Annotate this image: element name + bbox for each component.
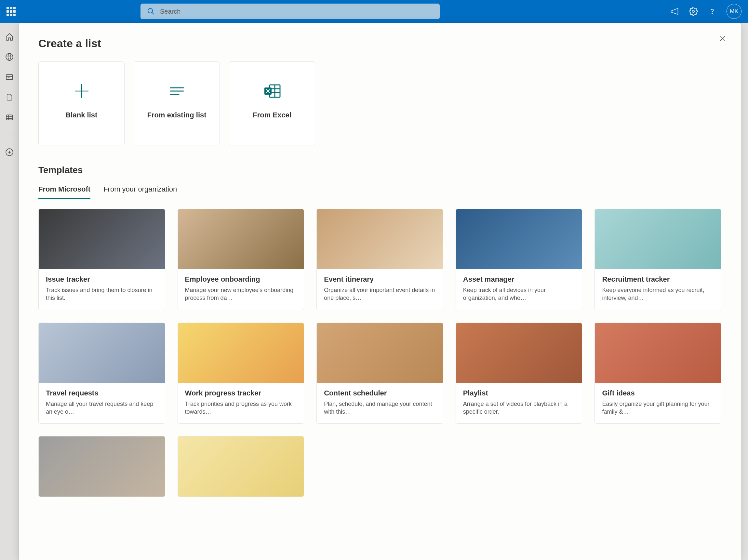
template-body: Employee onboardingManage your new emplo…	[178, 269, 304, 310]
template-card[interactable]: Issue trackerTrack issues and bring them…	[38, 209, 165, 310]
template-thumbnail	[456, 323, 582, 383]
template-grid: Issue trackerTrack issues and bring them…	[38, 209, 721, 510]
template-title: Content scheduler	[324, 389, 436, 397]
plus-icon	[72, 78, 91, 104]
close-button[interactable]	[719, 34, 727, 44]
template-description: Track issues and bring them to closure i…	[46, 286, 158, 302]
create-card-label: From existing list	[140, 111, 213, 120]
template-body: Event itineraryOrganize all your importa…	[317, 269, 443, 310]
template-title: Work progress tracker	[185, 389, 297, 397]
template-description: Arrange a set of videos for playback in …	[463, 400, 575, 416]
template-thumbnail	[317, 323, 443, 383]
template-card[interactable]: Gift ideasEasily organize your gift plan…	[594, 323, 721, 424]
template-body: Gift ideasEasily organize your gift plan…	[595, 383, 721, 424]
template-description: Plan, schedule, and manage your content …	[324, 400, 436, 416]
create-card-label: From Excel	[246, 111, 298, 120]
template-description: Keep track of all devices in your organi…	[463, 286, 575, 302]
tab-from-microsoft[interactable]: From Microsoft	[38, 185, 90, 199]
template-description: Manage all your travel requests and keep…	[46, 400, 158, 416]
template-title: Event itinerary	[324, 275, 436, 284]
template-description: Keep everyone informed as you recruit, i…	[602, 286, 714, 302]
template-card[interactable]: Employee onboardingManage your new emplo…	[178, 209, 304, 310]
excel-icon	[262, 78, 282, 104]
from-existing-card[interactable]: From existing list	[134, 62, 220, 145]
template-body: Content schedulerPlan, schedule, and man…	[317, 383, 443, 424]
template-body: PlaylistArrange a set of videos for play…	[456, 383, 582, 424]
template-tabs: From Microsoft From your organization	[38, 185, 721, 199]
template-card[interactable]: PlaylistArrange a set of videos for play…	[455, 323, 582, 424]
template-card[interactable]: Asset managerKeep track of all devices i…	[455, 209, 582, 310]
template-card[interactable]: Travel requestsManage all your travel re…	[38, 323, 165, 424]
template-card[interactable]: Recruitment trackerKeep everyone informe…	[594, 209, 721, 310]
lines-icon	[168, 78, 186, 104]
create-card-label: Blank list	[59, 111, 104, 120]
template-title: Playlist	[463, 389, 575, 397]
template-thumbnail	[456, 209, 582, 269]
template-thumbnail	[317, 209, 443, 269]
template-body: Asset managerKeep track of all devices i…	[456, 269, 582, 310]
template-body: Work progress trackerTrack priorities an…	[178, 383, 304, 424]
template-card[interactable]: Event itineraryOrganize all your importa…	[317, 209, 443, 310]
template-body: Travel requestsManage all your travel re…	[39, 383, 165, 424]
create-list-modal: Create a list Blank list From existing l…	[19, 23, 741, 560]
template-title: Employee onboarding	[185, 275, 297, 284]
template-thumbnail	[39, 437, 165, 496]
template-description: Easily organize your gift planning for y…	[602, 400, 714, 416]
template-thumbnail	[39, 209, 165, 269]
template-body: Issue trackerTrack issues and bring them…	[39, 269, 165, 310]
templates-heading: Templates	[38, 165, 721, 175]
template-title: Gift ideas	[602, 389, 714, 397]
template-card[interactable]	[178, 436, 304, 497]
template-card[interactable]: Content schedulerPlan, schedule, and man…	[317, 323, 443, 424]
template-body: Recruitment trackerKeep everyone informe…	[595, 269, 721, 310]
template-title: Recruitment tracker	[602, 275, 714, 284]
template-card[interactable]: Work progress trackerTrack priorities an…	[178, 323, 304, 424]
template-title: Issue tracker	[46, 275, 158, 284]
create-options-row: Blank list From existing list From Excel	[38, 62, 721, 145]
template-thumbnail	[595, 323, 721, 383]
template-thumbnail	[595, 209, 721, 269]
template-title: Travel requests	[46, 389, 158, 397]
template-thumbnail	[178, 437, 304, 496]
tab-from-organization[interactable]: From your organization	[103, 185, 177, 199]
template-description: Track priorities and progress as you wor…	[185, 400, 297, 416]
template-thumbnail	[39, 323, 165, 383]
template-thumbnail	[178, 323, 304, 383]
template-thumbnail	[178, 209, 304, 269]
template-title: Asset manager	[463, 275, 575, 284]
template-card[interactable]	[38, 436, 165, 497]
modal-title: Create a list	[38, 37, 721, 50]
template-description: Manage your new employee's onboarding pr…	[185, 286, 297, 302]
template-description: Organize all your important event detail…	[324, 286, 436, 302]
blank-list-card[interactable]: Blank list	[38, 62, 124, 145]
from-excel-card[interactable]: From Excel	[229, 62, 315, 145]
